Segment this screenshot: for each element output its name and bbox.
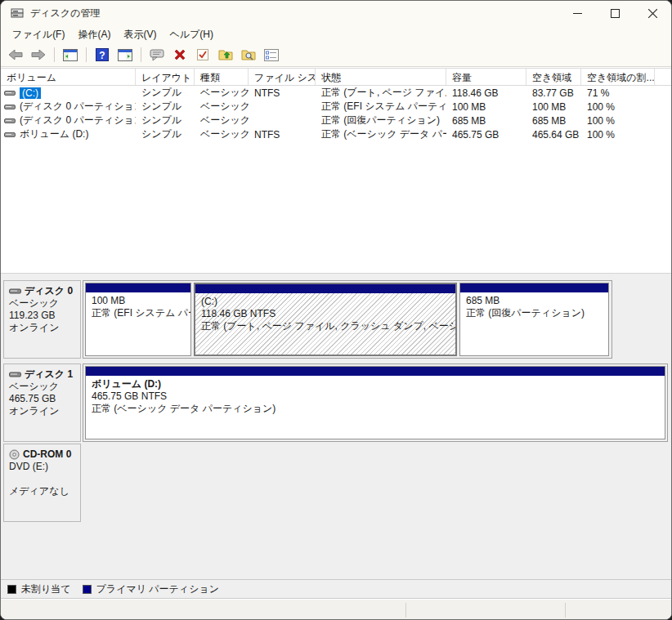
- menu-help[interactable]: ヘルプ(H): [163, 26, 220, 43]
- disk1-label-panel[interactable]: ディスク 1 ベーシック 465.75 GB オンライン: [3, 364, 81, 442]
- toolbar-separator: [86, 47, 87, 62]
- column-header-capacity[interactable]: 容量: [446, 69, 526, 85]
- disk0-name: ディスク 0: [25, 285, 73, 297]
- column-header-free-pct[interactable]: 空き領域の割...: [581, 69, 655, 85]
- disk0-size: 119.23 GB: [9, 310, 77, 322]
- folder-search-icon[interactable]: [239, 46, 258, 64]
- graphical-view: ディスク 0 ベーシック 119.23 GB オンライン 100 MB 正常 (…: [1, 273, 671, 580]
- menu-file[interactable]: ファイル(F): [6, 26, 71, 43]
- properties-list-icon[interactable]: [262, 46, 281, 64]
- cdrom0-row: CD-ROM 0 DVD (E:) メディアなし: [3, 444, 670, 522]
- volume-type: ベーシック: [195, 127, 249, 141]
- volume-icon: [4, 89, 16, 97]
- disk1-partition-d[interactable]: ボリューム (D:) 465.75 GB NTFS 正常 (ベーシック データ …: [85, 366, 665, 439]
- partition-size: 118.46 GB NTFS: [201, 308, 455, 320]
- partition-status: 正常 (ブート, ページ ファイル, クラッシュ ダンプ, ベーシック データ …: [201, 320, 455, 332]
- disk0-partition-c[interactable]: (C:) 118.46 GB NTFS 正常 (ブート, ページ ファイル, ク…: [194, 283, 457, 356]
- menu-bar: ファイル(F) 操作(A) 表示(V) ヘルプ(H): [1, 25, 671, 43]
- forward-arrow-icon[interactable]: [29, 46, 48, 64]
- toolbar-separator: [54, 47, 55, 62]
- minimize-button[interactable]: [558, 1, 596, 25]
- statusbar-separator: [565, 603, 566, 618]
- volume-icon: [4, 103, 16, 111]
- column-header-volume[interactable]: ボリューム: [1, 69, 136, 85]
- volume-free-pct: 100 %: [581, 129, 655, 141]
- volume-type: ベーシック: [195, 114, 249, 127]
- disk0-partition-efi[interactable]: 100 MB 正常 (EFI システム パーテ: [85, 283, 191, 356]
- disk0-partition-recovery[interactable]: 685 MB 正常 (回復パーティション): [459, 283, 609, 356]
- volume-row-c[interactable]: (C:) シンプル ベーシック NTFS 正常 (ブート, ページ ファイル, …: [1, 86, 671, 100]
- partition-status: 正常 (ベーシック データ パーティション): [92, 403, 665, 415]
- disk1-name: ディスク 1: [25, 368, 73, 381]
- column-header-filler: [655, 69, 671, 85]
- menu-view[interactable]: 表示(V): [117, 26, 163, 43]
- check-task-icon[interactable]: [193, 46, 213, 64]
- back-arrow-icon[interactable]: [6, 46, 25, 64]
- column-header-status[interactable]: 状態: [316, 69, 446, 85]
- unallocated-label: 未割り当て: [21, 582, 71, 596]
- close-button[interactable]: [634, 1, 671, 25]
- folder-upload-icon[interactable]: [216, 46, 235, 64]
- primary-partition-label: プライマリ パーティション: [96, 582, 219, 596]
- partition-size: 465.75 GB NTFS: [92, 390, 665, 403]
- column-header-filesystem[interactable]: ファイル システム: [249, 69, 316, 85]
- cd-icon: [9, 449, 20, 460]
- maximize-button[interactable]: [596, 1, 634, 25]
- disk1-size: 465.75 GB: [9, 393, 77, 405]
- disk0-label-panel[interactable]: ディスク 0 ベーシック 119.23 GB オンライン: [3, 280, 81, 359]
- column-header-type[interactable]: 種類: [195, 69, 249, 85]
- disk1-status: オンライン: [9, 405, 77, 417]
- volume-layout: シンプル: [136, 100, 195, 114]
- toolbar: ?: [1, 43, 671, 67]
- volume-row-disk0-part4[interactable]: (ディスク 0 パーティション 4) シンプル ベーシック 正常 (回復パーティ…: [1, 114, 671, 127]
- volume-status: 正常 (EFI システム パーティショ...: [316, 100, 446, 114]
- partition-status: 正常 (回復パーティション): [466, 307, 608, 319]
- disk-icon: [9, 371, 21, 378]
- volume-free: 685 MB: [526, 115, 581, 127]
- volume-row-disk0-part1[interactable]: (ディスク 0 パーティション 1) シンプル ベーシック 正常 (EFI シス…: [1, 100, 671, 114]
- show-action-pane-icon[interactable]: [115, 46, 135, 64]
- volume-layout: シンプル: [136, 114, 195, 127]
- volume-free: 83.77 GB: [526, 87, 581, 99]
- volume-icon: [4, 131, 16, 139]
- delete-icon[interactable]: [170, 46, 190, 64]
- volume-type: ベーシック: [195, 100, 249, 114]
- volume-name: ボリューム (D:): [20, 127, 88, 141]
- volume-capacity: 118.46 GB: [446, 87, 526, 99]
- column-header-free[interactable]: 空き領域: [526, 69, 581, 85]
- console-message-icon[interactable]: [147, 46, 167, 64]
- volume-name: (ディスク 0 パーティション 1): [20, 100, 136, 114]
- volume-capacity: 100 MB: [446, 101, 526, 113]
- help-icon[interactable]: ?: [92, 46, 112, 64]
- volume-row-d[interactable]: ボリューム (D:) シンプル ベーシック NTFS 正常 (ベーシック データ…: [1, 127, 671, 141]
- volume-name-cell: (ディスク 0 パーティション 4): [1, 114, 136, 127]
- partition-color-bar: [460, 283, 608, 292]
- volume-name-cell: (ディスク 0 パーティション 1): [1, 100, 136, 114]
- volume-name-cell: ボリューム (D:): [1, 127, 136, 141]
- cdrom0-label-panel[interactable]: CD-ROM 0 DVD (E:) メディアなし: [3, 444, 81, 522]
- volume-free-pct: 100 %: [581, 101, 655, 113]
- volume-status: 正常 (ブート, ページ ファイル, ...: [316, 86, 446, 100]
- svg-text:?: ?: [99, 50, 105, 61]
- column-header-layout[interactable]: レイアウト: [136, 69, 195, 85]
- volume-free-pct: 71 %: [581, 87, 655, 99]
- volume-free: 100 MB: [526, 101, 581, 113]
- volume-fs: NTFS: [249, 129, 316, 141]
- volume-name: (C:): [20, 87, 41, 99]
- partition-size: 685 MB: [466, 295, 608, 307]
- menu-action[interactable]: 操作(A): [71, 26, 117, 43]
- volume-layout: シンプル: [136, 86, 195, 100]
- volume-free: 465.64 GB: [526, 129, 581, 141]
- show-console-tree-icon[interactable]: [60, 46, 80, 64]
- volume-fs: NTFS: [249, 87, 316, 99]
- disk0-region: 100 MB 正常 (EFI システム パーテ (C:) 118.46 GB N…: [83, 280, 612, 359]
- partition-color-bar: [86, 283, 190, 292]
- disk-management-window: ディスクの管理 ファイル(F) 操作(A) 表示(V) ヘルプ(H): [0, 0, 672, 620]
- partition-size: 100 MB: [92, 295, 190, 307]
- volume-status: 正常 (回復パーティション): [316, 114, 446, 127]
- volume-capacity: 465.75 GB: [446, 129, 526, 141]
- cdrom0-drive: DVD (E:): [9, 461, 77, 473]
- unallocated-swatch: [7, 585, 16, 594]
- statusbar-separator: [405, 603, 406, 618]
- disk0-type: ベーシック: [9, 297, 77, 310]
